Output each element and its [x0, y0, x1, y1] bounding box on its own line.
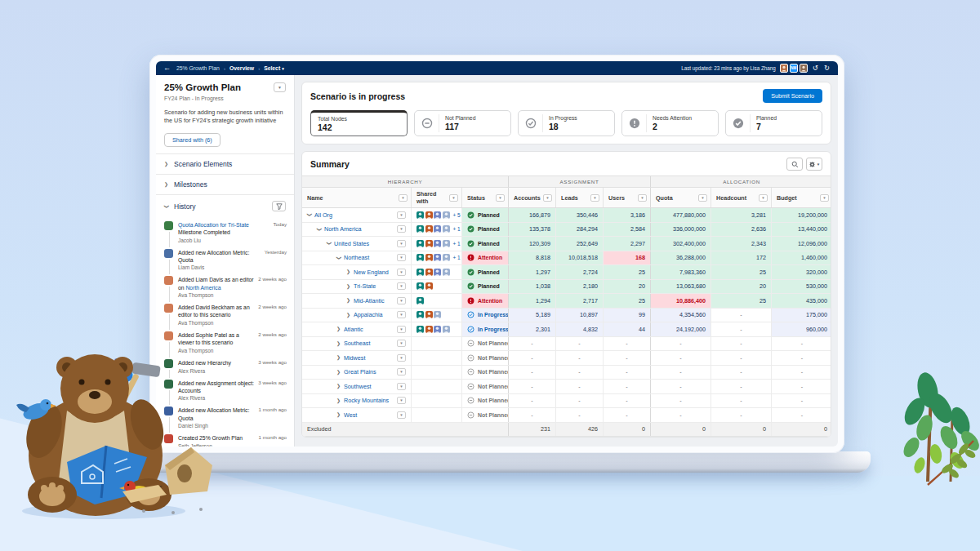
stat-card-needs-attention[interactable]: Needs Attention2 [621, 110, 719, 136]
node-name-link[interactable]: United States [334, 240, 369, 247]
node-name-link[interactable]: Midwest [344, 354, 365, 362]
shared-avatar-chip[interactable] [443, 240, 450, 247]
breadcrumb-plan[interactable]: 25% Growth Plan [176, 65, 220, 71]
node-name-link[interactable]: New England [354, 269, 389, 276]
breadcrumb-overview[interactable]: Overview [229, 65, 254, 71]
chevron-right-icon[interactable]: ❯ [336, 341, 341, 346]
shared-avatar-chip[interactable] [425, 311, 433, 318]
row-menu-button[interactable]: ▼ [397, 211, 406, 219]
node-name-link[interactable]: Southeast [344, 340, 370, 347]
chevron-right-icon[interactable]: ❯ [346, 298, 350, 303]
shared-avatar-chip[interactable] [416, 326, 424, 333]
column-menu-button[interactable]: ▼ [820, 194, 829, 202]
shared-avatar-chip[interactable] [434, 269, 441, 276]
column-menu-button[interactable]: ▼ [496, 194, 505, 202]
row-menu-button[interactable]: ▼ [397, 397, 406, 404]
shared-avatar-chip[interactable] [434, 211, 441, 219]
shared-more-count[interactable]: + 1 [453, 241, 461, 247]
column-menu-button[interactable]: ▼ [399, 194, 408, 202]
shared-with-button[interactable]: Shared with (6) [164, 133, 220, 147]
chevron-down-icon[interactable]: ❯ [336, 256, 341, 260]
shared-avatar-chip[interactable] [443, 326, 450, 333]
shared-avatar-chip[interactable] [416, 240, 424, 247]
node-name-link[interactable]: Great Plains [344, 368, 376, 375]
row-menu-button[interactable]: ▼ [397, 368, 406, 375]
sidebar-item-milestones[interactable]: ❯ Milestones [156, 174, 294, 194]
node-name-link[interactable]: Appalachia [354, 311, 383, 318]
shared-avatar-chip[interactable] [416, 211, 424, 219]
row-menu-button[interactable]: ▼ [397, 254, 406, 261]
stat-card-total-nodes[interactable]: Total Nodes142 [310, 110, 408, 136]
chevron-down-icon[interactable]: ❯ [327, 242, 332, 246]
node-name-link[interactable]: Atlantic [344, 326, 363, 333]
user-avatar[interactable]: NM [790, 64, 798, 73]
shared-avatar-chip[interactable] [416, 269, 424, 276]
shared-avatar-chip[interactable] [425, 326, 433, 333]
stat-card-planned[interactable]: Planned7 [725, 110, 822, 136]
shared-avatar-chip[interactable] [425, 282, 433, 290]
shared-avatar-chip[interactable] [425, 269, 433, 276]
sidebar-item-history[interactable]: ❯ History [156, 194, 294, 217]
column-menu-button[interactable]: ▼ [449, 194, 458, 202]
row-menu-button[interactable]: ▼ [397, 269, 406, 276]
row-menu-button[interactable]: ▼ [397, 354, 406, 362]
shared-avatar-chip[interactable] [443, 225, 450, 233]
user-avatar[interactable] [780, 64, 788, 73]
row-menu-button[interactable]: ▼ [397, 340, 406, 347]
row-menu-button[interactable]: ▼ [397, 311, 406, 318]
chevron-right-icon[interactable]: ❯ [336, 327, 341, 331]
shared-more-count[interactable]: + 5 [453, 212, 461, 218]
column-menu-button[interactable]: ▼ [638, 194, 647, 202]
chevron-right-icon[interactable]: ❯ [346, 284, 350, 289]
breadcrumb-select[interactable]: Select▾ [264, 65, 284, 71]
shared-avatar-chip[interactable] [416, 311, 424, 318]
shared-avatar-chip[interactable] [443, 254, 450, 261]
node-name-link[interactable]: All Org [314, 211, 332, 219]
plan-menu-button[interactable]: ▼ [274, 82, 286, 92]
node-name-link[interactable]: Northeast [344, 254, 369, 261]
row-menu-button[interactable]: ▼ [397, 240, 406, 247]
shared-avatar-chip[interactable] [434, 240, 441, 247]
shared-avatar-chip[interactable] [416, 297, 424, 304]
submit-scenario-button[interactable]: Submit Scenario [763, 89, 822, 103]
shared-avatar-chip[interactable] [425, 211, 433, 219]
chevron-right-icon[interactable]: ❯ [336, 355, 341, 360]
undo-icon[interactable]: ↺ [812, 64, 819, 72]
row-menu-button[interactable]: ▼ [397, 225, 406, 233]
chevron-right-icon[interactable]: ❯ [346, 313, 350, 318]
column-menu-button[interactable]: ▼ [590, 194, 599, 202]
node-name-link[interactable]: Tri-State [354, 282, 376, 290]
shared-avatar-chip[interactable] [443, 269, 450, 276]
shared-avatar-chip[interactable] [425, 240, 433, 247]
history-link[interactable]: North America [185, 285, 220, 291]
node-name-link[interactable]: North America [324, 225, 362, 233]
chevron-right-icon[interactable]: ❯ [336, 398, 341, 403]
chevron-down-icon[interactable]: ❯ [317, 227, 322, 231]
row-menu-button[interactable]: ▼ [397, 411, 406, 419]
stat-card-not-planned[interactable]: Not Planned117 [414, 110, 511, 136]
shared-avatar-chip[interactable] [416, 254, 424, 261]
table-settings-button[interactable]: ▼ [806, 158, 822, 171]
shared-avatar-chip[interactable] [416, 225, 424, 233]
stat-card-in-progress[interactable]: In Progress18 [518, 110, 615, 136]
chevron-right-icon[interactable]: ❯ [346, 269, 350, 274]
chevron-right-icon[interactable]: ❯ [336, 384, 341, 389]
node-name-link[interactable]: West [344, 411, 357, 419]
shared-avatar-chip[interactable] [434, 254, 441, 261]
node-name-link[interactable]: Mid-Atlantic [354, 297, 385, 304]
column-menu-button[interactable]: ▼ [698, 194, 707, 202]
shared-avatar-chip[interactable] [434, 326, 441, 333]
sidebar-item-scenario-elements[interactable]: ❯ Scenario Elements [156, 153, 294, 174]
row-menu-button[interactable]: ▼ [397, 282, 406, 290]
shared-avatar-chip[interactable] [425, 254, 433, 261]
back-arrow-icon[interactable]: ← [163, 64, 171, 72]
node-name-link[interactable]: Rocky Mountains [344, 397, 389, 404]
history-link[interactable]: Quota Allocation for Tri-State [178, 222, 249, 228]
shared-avatar-chip[interactable] [416, 282, 424, 290]
shared-avatar-chip[interactable] [443, 211, 450, 219]
column-menu-button[interactable]: ▼ [543, 194, 552, 202]
chevron-right-icon[interactable]: ❯ [336, 370, 341, 375]
row-menu-button[interactable]: ▼ [397, 297, 406, 304]
row-menu-button[interactable]: ▼ [397, 383, 406, 390]
user-avatar[interactable] [800, 64, 808, 73]
